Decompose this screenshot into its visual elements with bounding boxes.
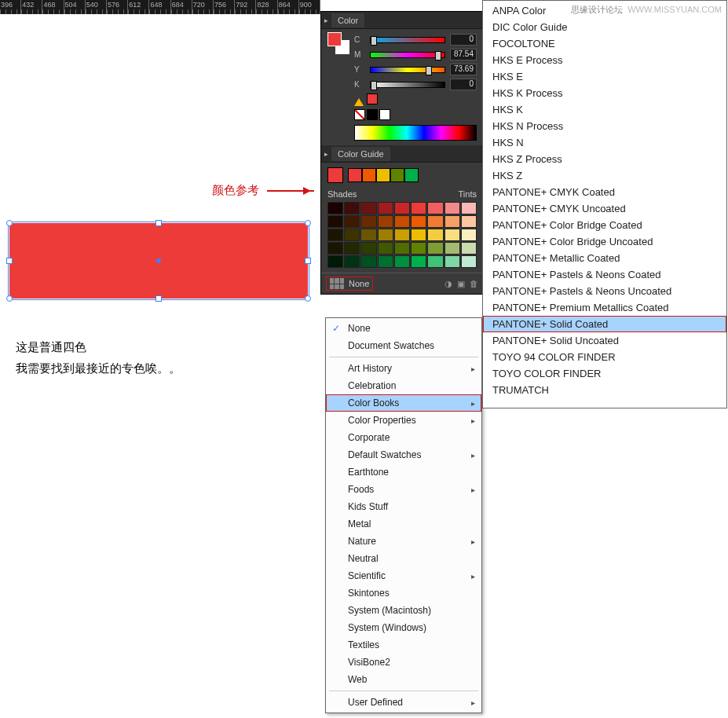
variation-swatch[interactable] bbox=[344, 255, 360, 268]
menu-item-textiles[interactable]: Textiles bbox=[326, 636, 481, 654]
harmony-swatch[interactable] bbox=[404, 168, 419, 182]
canvas[interactable]: 颜色参考 这是普通四色 我需要找到最接近的专色唉。。 bbox=[0, 14, 320, 718]
anchor-bl[interactable] bbox=[6, 295, 13, 302]
library-dropdown[interactable]: None bbox=[326, 277, 373, 291]
menu-item-system-windows-[interactable]: System (Windows) bbox=[326, 619, 481, 636]
trash-icon[interactable]: 🗑 bbox=[470, 279, 478, 289]
harmony-row[interactable] bbox=[348, 168, 419, 182]
expand-icon[interactable]: ▸ bbox=[324, 150, 328, 158]
variation-swatch[interactable] bbox=[360, 229, 376, 241]
anchor-tm[interactable] bbox=[155, 220, 162, 226]
menu-item-pantone-pastels-neons-uncoated[interactable]: PANTONE+ Pastels & Neons Uncoated bbox=[483, 283, 726, 299]
channel-slider[interactable] bbox=[370, 82, 445, 88]
fill-stroke-indicator[interactable] bbox=[327, 32, 349, 54]
variation-swatch[interactable] bbox=[411, 215, 426, 228]
color-panel-header[interactable]: ▸ Color bbox=[321, 12, 483, 29]
anchor-mr[interactable] bbox=[305, 258, 311, 264]
variation-swatch[interactable] bbox=[327, 229, 343, 241]
variation-swatch[interactable] bbox=[461, 229, 477, 241]
variation-swatch[interactable] bbox=[427, 242, 443, 255]
variation-grid[interactable] bbox=[327, 202, 477, 268]
save-group-icon[interactable]: ▣ bbox=[457, 279, 465, 289]
variation-swatch[interactable] bbox=[427, 202, 443, 214]
harmony-swatch[interactable] bbox=[348, 168, 362, 182]
variation-swatch[interactable] bbox=[344, 215, 360, 228]
variation-swatch[interactable] bbox=[394, 215, 410, 228]
anchor-bm[interactable] bbox=[155, 295, 162, 302]
variation-swatch[interactable] bbox=[411, 255, 426, 268]
gamut-swatch[interactable] bbox=[367, 93, 378, 104]
slider-knob[interactable] bbox=[435, 51, 441, 60]
harmony-swatch[interactable] bbox=[390, 168, 404, 182]
variation-swatch[interactable] bbox=[444, 202, 460, 214]
anchor-ml[interactable] bbox=[6, 258, 13, 264]
variation-swatch[interactable] bbox=[378, 255, 393, 268]
menu-item-web[interactable]: Web bbox=[326, 671, 481, 688]
variation-swatch[interactable] bbox=[378, 215, 393, 228]
variation-swatch[interactable] bbox=[327, 255, 343, 268]
base-color-swatch[interactable] bbox=[327, 167, 343, 183]
variation-swatch[interactable] bbox=[327, 242, 343, 255]
menu-item-metal[interactable]: Metal bbox=[326, 515, 481, 533]
gamut-warning-icon[interactable] bbox=[354, 93, 364, 106]
channel-slider[interactable] bbox=[370, 37, 445, 43]
menu-item-earthtone[interactable]: Earthtone bbox=[326, 463, 481, 481]
menu-item-pantone-pastels-neons-coated[interactable]: PANTONE+ Pastels & Neons Coated bbox=[483, 266, 726, 283]
menu-item-neutral[interactable]: Neutral bbox=[326, 550, 481, 567]
edit-colors-icon[interactable]: ◑ bbox=[444, 279, 452, 289]
variation-swatch[interactable] bbox=[360, 255, 376, 268]
fill-swatch[interactable] bbox=[327, 32, 342, 46]
slider-knob[interactable] bbox=[371, 81, 377, 90]
harmony-swatch[interactable] bbox=[376, 168, 390, 182]
variation-swatch[interactable] bbox=[461, 242, 477, 255]
variation-swatch[interactable] bbox=[394, 242, 410, 255]
menu-item-document-swatches[interactable]: Document Swatches bbox=[326, 337, 481, 354]
variation-swatch[interactable] bbox=[394, 202, 410, 214]
variation-swatch[interactable] bbox=[461, 255, 477, 268]
menu-item-default-swatches[interactable]: Default Swatches bbox=[326, 446, 481, 463]
expand-icon[interactable]: ▸ bbox=[324, 16, 328, 24]
variation-swatch[interactable] bbox=[461, 215, 477, 228]
menu-item-hks-n[interactable]: HKS N bbox=[483, 134, 726, 151]
slider-knob[interactable] bbox=[371, 36, 377, 46]
menu-item-pantone-solid-coated[interactable]: PANTONE+ Solid Coated bbox=[483, 316, 726, 332]
variation-swatch[interactable] bbox=[394, 229, 410, 241]
menu-item-kids-stuff[interactable]: Kids Stuff bbox=[326, 498, 481, 515]
color-guide-panel-header[interactable]: ▸ Color Guide bbox=[321, 145, 483, 163]
menu-item-system-macintosh-[interactable]: System (Macintosh) bbox=[326, 602, 481, 619]
variation-swatch[interactable] bbox=[444, 255, 460, 268]
menu-item-user-defined[interactable]: User Defined bbox=[326, 694, 481, 711]
slider-knob[interactable] bbox=[426, 66, 432, 75]
harmony-swatch[interactable] bbox=[362, 168, 376, 182]
color-guide-tab[interactable]: Color Guide bbox=[331, 147, 390, 161]
menu-item-nature[interactable]: Nature bbox=[326, 533, 481, 550]
menu-item-pantone-metallic-coated[interactable]: PANTONE+ Metallic Coated bbox=[483, 250, 726, 266]
menu-item-hks-e-process[interactable]: HKS E Process bbox=[483, 52, 726, 68]
variation-swatch[interactable] bbox=[378, 202, 393, 214]
none-swatch[interactable] bbox=[354, 109, 365, 120]
anchor-tr[interactable] bbox=[305, 220, 311, 226]
channel-slider[interactable] bbox=[370, 52, 445, 58]
channel-value[interactable]: 0 bbox=[450, 34, 477, 46]
menu-item-visibone2[interactable]: VisiBone2 bbox=[326, 654, 481, 671]
menu-item-color-books[interactable]: Color Books bbox=[326, 394, 481, 412]
variation-swatch[interactable] bbox=[378, 242, 393, 255]
anchor-br[interactable] bbox=[305, 295, 311, 302]
variation-swatch[interactable] bbox=[444, 229, 460, 241]
variation-swatch[interactable] bbox=[360, 202, 376, 214]
menu-item-pantone-color-bridge-uncoated[interactable]: PANTONE+ Color Bridge Uncoated bbox=[483, 233, 726, 250]
menu-item-pantone-color-bridge-coated[interactable]: PANTONE+ Color Bridge Coated bbox=[483, 217, 726, 233]
white-swatch[interactable] bbox=[379, 109, 390, 120]
menu-item-skintones[interactable]: Skintones bbox=[326, 584, 481, 602]
center-point[interactable] bbox=[156, 258, 161, 263]
variation-swatch[interactable] bbox=[444, 215, 460, 228]
menu-item-toyo-94-color-finder[interactable]: TOYO 94 COLOR FINDER bbox=[483, 349, 726, 365]
menu-item-hks-z[interactable]: HKS Z bbox=[483, 167, 726, 184]
channel-value[interactable]: 0 bbox=[450, 79, 477, 90]
menu-item-corporate[interactable]: Corporate bbox=[326, 429, 481, 446]
channel-value[interactable]: 87.54 bbox=[450, 49, 477, 60]
variation-swatch[interactable] bbox=[427, 255, 443, 268]
variation-swatch[interactable] bbox=[378, 229, 393, 241]
black-swatch[interactable] bbox=[367, 109, 378, 120]
menu-item-focoltone[interactable]: FOCOLTONE bbox=[483, 35, 726, 52]
